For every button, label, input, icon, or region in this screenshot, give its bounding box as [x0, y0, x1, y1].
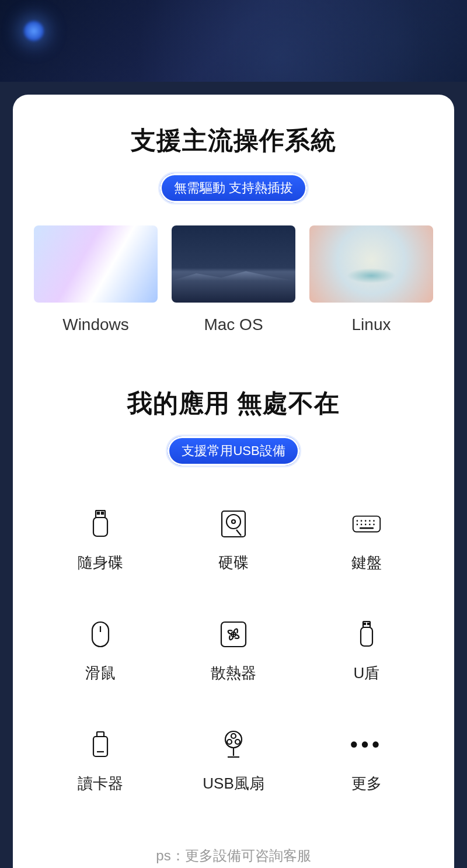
svg-rect-1 — [97, 512, 99, 514]
mouse-icon — [86, 620, 115, 649]
os-item-windows: Windows — [34, 225, 158, 334]
device-label: 鍵盤 — [300, 553, 433, 573]
hero-banner — [0, 0, 467, 82]
svg-rect-26 — [361, 627, 372, 646]
devices-footnote: ps：更多設備可咨詢客服 — [34, 846, 433, 865]
svg-point-6 — [232, 520, 235, 523]
more-icon: ••• — [352, 730, 381, 759]
device-label: 讀卡器 — [34, 773, 167, 794]
device-label: 隨身碟 — [34, 553, 167, 573]
os-list: Windows Mac OS Linux — [34, 225, 433, 334]
device-label: 滑鼠 — [34, 663, 167, 683]
svg-rect-27 — [97, 732, 104, 737]
svg-point-32 — [227, 739, 232, 744]
device-item-usb-drive: 隨身碟 — [34, 509, 167, 573]
device-item-mouse: 滑鼠 — [34, 620, 167, 683]
device-label: 更多 — [300, 773, 433, 794]
svg-point-31 — [231, 734, 236, 738]
os-item-macos: Mac OS — [172, 225, 295, 334]
svg-rect-19 — [92, 622, 109, 647]
svg-rect-3 — [93, 518, 107, 536]
svg-point-5 — [226, 515, 241, 529]
device-item-cooler: 散熱器 — [167, 620, 300, 683]
device-label: USB風扇 — [167, 773, 300, 794]
content-card: 支援主流操作系統 無需驅動 支持熱插拔 Windows Mac OS Linux… — [13, 95, 454, 868]
harddisk-icon — [219, 509, 248, 539]
windows-wallpaper-icon — [34, 225, 158, 303]
device-item-card-reader: 讀卡器 — [34, 730, 167, 794]
usb-drive-icon — [86, 509, 115, 539]
usb-fan-icon — [219, 730, 248, 759]
linux-wallpaper-icon — [309, 225, 433, 303]
usb-shield-icon — [352, 620, 381, 649]
device-item-more: ••• 更多 — [300, 730, 433, 794]
keyboard-icon — [352, 509, 381, 539]
os-label: Linux — [309, 315, 433, 334]
os-label: Windows — [34, 315, 158, 334]
os-section-title: 支援主流操作系統 — [34, 124, 433, 158]
device-grid: 隨身碟 硬碟 — [34, 509, 433, 794]
device-label: U盾 — [300, 663, 433, 683]
device-item-ushield: U盾 — [300, 620, 433, 683]
svg-rect-28 — [93, 737, 107, 756]
cooler-icon — [219, 620, 248, 649]
device-label: 散熱器 — [167, 663, 300, 683]
svg-rect-25 — [368, 623, 369, 624]
device-item-keyboard: 鍵盤 — [300, 509, 433, 573]
devices-section-title: 我的應用 無處不在 — [34, 387, 433, 421]
svg-rect-2 — [102, 512, 103, 514]
device-item-usb-fan: USB風扇 — [167, 730, 300, 794]
card-reader-icon — [86, 730, 115, 759]
os-subtitle-pill: 無需驅動 支持熱插拔 — [158, 172, 309, 204]
macos-wallpaper-icon — [172, 225, 295, 303]
svg-rect-24 — [364, 623, 365, 624]
svg-point-33 — [235, 739, 240, 744]
os-label: Mac OS — [172, 315, 295, 334]
os-item-linux: Linux — [309, 225, 433, 334]
devices-subtitle-pill: 支援常用USB設備 — [166, 435, 301, 467]
device-label: 硬碟 — [167, 553, 300, 573]
device-item-harddisk: 硬碟 — [167, 509, 300, 573]
